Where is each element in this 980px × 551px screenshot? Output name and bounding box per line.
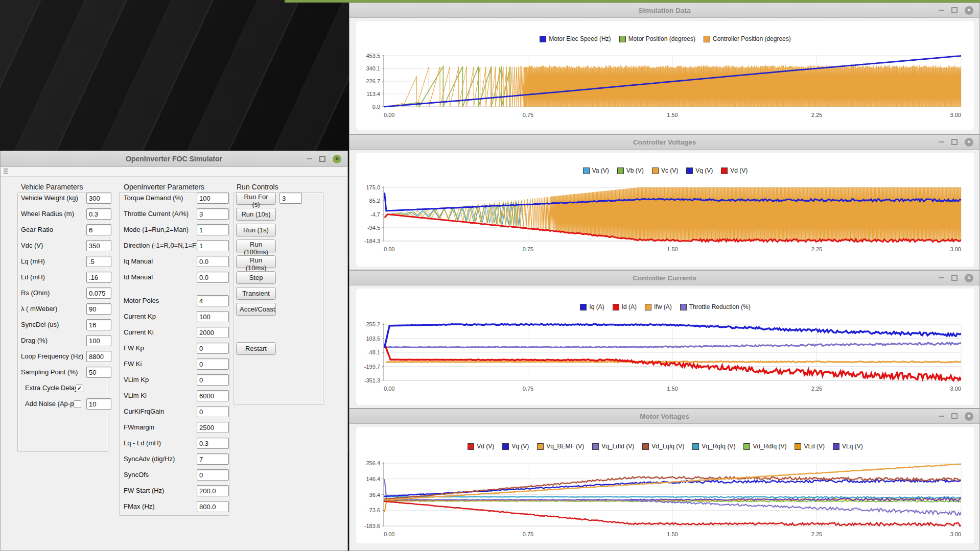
label-vlim-kp: VLim Kp <box>124 374 149 386</box>
field-mweber[interactable] <box>86 303 111 315</box>
label-drag: Drag (%) <box>21 335 48 346</box>
close-icon[interactable]: ✕ <box>965 412 973 421</box>
label-loop-frequency-hz: Loop Frequency (Hz) <box>21 351 83 362</box>
field-rs-ohm[interactable] <box>86 288 111 299</box>
svg-text:2.25: 2.25 <box>811 531 822 537</box>
close-icon[interactable]: ✕ <box>965 6 973 15</box>
button-run-10s[interactable]: Run (10s) <box>236 208 276 221</box>
maximize-icon[interactable] <box>951 413 958 419</box>
field-syncofs[interactable] <box>197 469 229 481</box>
close-icon[interactable]: ✕ <box>965 138 973 147</box>
maximize-icon[interactable] <box>951 275 958 281</box>
minimize-icon[interactable] <box>939 416 944 417</box>
field-drag[interactable] <box>86 335 111 346</box>
titlebar[interactable]: OpenInverter FOC Simulator ✕ <box>1 151 347 167</box>
label-fw-kp: FW Kp <box>124 343 144 354</box>
field-direction-1-r-0-n-1-f[interactable] <box>197 240 229 251</box>
titlebar[interactable]: Motor Voltages ✕ <box>349 409 979 424</box>
button-restart[interactable]: Restart <box>236 342 276 355</box>
checkbox-add-noise-ap-p[interactable] <box>74 400 81 408</box>
field-iq-manual[interactable] <box>197 256 229 267</box>
field-add-noise-ap-p[interactable] <box>86 398 111 410</box>
field-fmax-hz[interactable] <box>197 501 229 512</box>
checkbox-extra-cycle-delay[interactable]: ✓ <box>76 385 83 392</box>
field-syncdel-us[interactable] <box>86 319 111 330</box>
window-simulation-data: Simulation Data ✕ Motor Elec Speed (Hz)M… <box>349 3 980 134</box>
label-lq-mh: Lq (mH) <box>21 256 45 267</box>
field-sampling-point[interactable] <box>86 367 111 378</box>
field-lq-mh[interactable] <box>86 256 111 267</box>
field-ld-mh[interactable] <box>86 272 111 283</box>
field-lq-ld-mh[interactable] <box>197 438 229 449</box>
button-transient[interactable]: Transient <box>236 287 276 300</box>
field-run-for-seconds[interactable] <box>279 193 302 204</box>
button-run-100ms[interactable]: Run (100ms) <box>236 239 276 252</box>
chart-card: Va (V)Vb (V)Vc (V)Vq (V)Vd (V)175.085.2-… <box>356 153 974 267</box>
field-gear-ratio[interactable] <box>86 224 111 235</box>
field-throttle-current-a[interactable] <box>197 208 229 220</box>
maximize-icon[interactable] <box>951 139 958 145</box>
close-icon[interactable]: ✕ <box>333 155 341 163</box>
minimize-icon[interactable] <box>939 10 944 11</box>
svg-text:3.00: 3.00 <box>950 246 961 252</box>
label-rs-ohm: Rs (Ohm) <box>21 288 50 299</box>
svg-text:453.5: 453.5 <box>366 53 380 59</box>
button-run-1s[interactable]: Run (1s) <box>236 224 276 236</box>
label-fwmargin: FWmargin <box>124 422 154 433</box>
button-accel-coast[interactable]: Accel/Coast <box>236 303 276 316</box>
label-syncdel-us: SyncDel (us) <box>21 319 59 330</box>
label-vehicle-weight-kg: Vehicle Weight (kg) <box>21 193 78 204</box>
label-current-ki: Current Ki <box>124 327 154 338</box>
section-header-vehicle-parameters: Vehicle Parameters <box>21 183 83 191</box>
svg-text:1.50: 1.50 <box>667 531 678 537</box>
field-vdc-v[interactable] <box>86 240 111 251</box>
field-fwmargin[interactable] <box>197 422 229 433</box>
field-mode-1-run-2-man[interactable] <box>197 224 229 235</box>
svg-text:0.00: 0.00 <box>384 386 394 392</box>
toolbar-grip-icon[interactable] <box>4 169 8 175</box>
field-curkifrqgain[interactable] <box>197 406 229 417</box>
maximize-icon[interactable] <box>319 156 325 162</box>
label-id-manual: Id Manual <box>124 272 153 283</box>
minimize-icon[interactable] <box>939 277 944 278</box>
button-run-for-s[interactable]: Run For (s) <box>236 192 276 205</box>
close-icon[interactable]: ✕ <box>965 274 973 282</box>
field-torque-demand[interactable] <box>197 193 229 204</box>
svg-text:2.25: 2.25 <box>811 246 822 252</box>
field-wheel-radius-m[interactable] <box>86 208 111 220</box>
field-motor-poles[interactable] <box>197 295 229 306</box>
button-step[interactable]: Step <box>236 271 276 284</box>
field-vehicle-weight-kg[interactable] <box>86 193 111 204</box>
field-syncadv-dig-hz[interactable] <box>197 453 229 465</box>
titlebar[interactable]: Simulation Data ✕ <box>349 3 979 18</box>
window-controller-currents: Controller Currents ✕ Iq (A)Id (A)Ifw (A… <box>349 270 980 409</box>
titlebar[interactable]: Controller Voltages ✕ <box>349 135 979 150</box>
svg-text:-199.7: -199.7 <box>364 364 380 370</box>
label-mweber: λ ( mWeber) <box>21 303 57 315</box>
field-fw-kp[interactable] <box>197 343 229 354</box>
button-run-10ms[interactable]: Run (10ms) <box>236 255 276 268</box>
field-current-ki[interactable] <box>197 327 229 338</box>
field-id-manual[interactable] <box>197 272 229 283</box>
label-wheel-radius-m: Wheel Radius (m) <box>21 208 74 220</box>
label-vlim-ki: VLim Ki <box>124 390 147 401</box>
titlebar[interactable]: Controller Currents ✕ <box>349 271 979 285</box>
field-loop-frequency-hz[interactable] <box>86 351 111 362</box>
window-title: Motor Voltages <box>640 413 689 420</box>
minimize-icon[interactable] <box>307 158 312 159</box>
maximize-icon[interactable] <box>951 7 958 13</box>
minimize-icon[interactable] <box>939 141 944 142</box>
svg-text:0.75: 0.75 <box>523 386 533 392</box>
label-torque-demand: Torque Demand (%) <box>124 193 183 204</box>
field-fw-start-hz[interactable] <box>197 485 229 496</box>
field-fw-ki[interactable] <box>197 358 229 370</box>
field-current-kp[interactable] <box>197 311 229 322</box>
label-fw-ki: FW Ki <box>124 358 142 370</box>
label-gear-ratio: Gear Ratio <box>21 224 53 235</box>
label-throttle-current-a: Throttle Current (A/%) <box>124 208 189 220</box>
svg-text:-351.3: -351.3 <box>364 377 380 384</box>
window-title: OpenInverter FOC Simulator <box>126 155 222 163</box>
field-vlim-ki[interactable] <box>197 390 229 401</box>
field-vlim-kp[interactable] <box>197 374 229 386</box>
svg-text:0.75: 0.75 <box>523 531 533 537</box>
